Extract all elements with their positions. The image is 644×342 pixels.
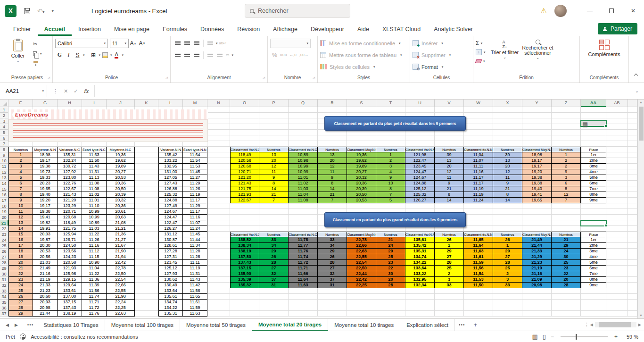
cell-M13[interactable]: 11,27 — [183, 175, 207, 181]
cell-J23[interactable]: 21,36 — [107, 232, 135, 237]
row-header-36[interactable]: 36 — [0, 305, 8, 311]
cell-F35[interactable]: 27 — [8, 300, 33, 305]
cell-P34[interactable] — [259, 294, 289, 300]
cell-K25[interactable] — [135, 243, 158, 249]
cell-M33[interactable]: 11,56 — [183, 288, 207, 294]
cell-O19[interactable] — [230, 209, 259, 215]
cell-I12[interactable]: 11,31 — [82, 169, 107, 175]
cell-V25[interactable]: 1 — [435, 243, 464, 249]
cell-I19[interactable]: 10,99 — [82, 209, 107, 215]
cell-AB33[interactable] — [606, 288, 628, 294]
cell-G31[interactable]: 21,19 — [33, 277, 58, 283]
cell-N24[interactable] — [207, 237, 230, 243]
ribbon-tab-xlstat-cloud[interactable]: XLSTAT Cloud — [376, 23, 427, 36]
cell-F25[interactable]: 17 — [8, 243, 33, 249]
cell-AB18[interactable] — [606, 203, 628, 209]
cell-N25[interactable] — [207, 243, 230, 249]
cell-N35[interactable] — [207, 300, 230, 305]
cell-T6[interactable] — [376, 135, 405, 141]
cell-M9[interactable]: 11,64 — [183, 152, 207, 158]
cell-Z28[interactable]: 25 — [552, 260, 581, 266]
row-header-9[interactable]: 9 — [0, 152, 8, 158]
cell-G27[interactable]: 20,56 — [33, 254, 58, 260]
cell-W34[interactable] — [464, 294, 493, 300]
row-header-33[interactable]: 33 — [0, 288, 8, 294]
cell-V18[interactable] — [435, 203, 464, 209]
cell-O30[interactable]: 135,90 — [230, 271, 259, 277]
cell-T16[interactable]: 7 — [376, 192, 405, 198]
cell-K12[interactable] — [135, 169, 158, 175]
cell-T12[interactable]: 4 — [376, 169, 405, 175]
align-right-icon[interactable] — [194, 53, 199, 57]
cell-AA19[interactable] — [581, 209, 606, 215]
cell-Y22[interactable] — [522, 226, 552, 232]
cell-Z4[interactable] — [552, 124, 581, 130]
cell-H36[interactable]: 137,43 — [58, 305, 82, 311]
cell-F28[interactable]: 20 — [8, 260, 33, 266]
cell-P23[interactable]: Numéros — [259, 232, 289, 237]
cell-Q25[interactable]: 11,77 — [289, 243, 318, 249]
cell-I16[interactable]: 11,02 — [82, 192, 107, 198]
cell-W10[interactable]: 11,07 — [464, 158, 493, 164]
cell-M28[interactable]: 11,11 — [183, 260, 207, 266]
font-dialog-launcher-icon[interactable]: ◿ — [165, 75, 168, 81]
increase-decimal-button[interactable]: ←,0 — [289, 53, 297, 57]
row-header-10[interactable]: 10 — [0, 158, 8, 164]
cell-F22[interactable]: 14 — [8, 226, 33, 232]
cell-Q29[interactable]: 11,71 — [289, 266, 318, 271]
cell-I28[interactable]: 10,98 — [82, 260, 107, 266]
cell-I32[interactable]: 11,39 — [82, 283, 107, 288]
cell-AA23[interactable]: Place — [581, 232, 606, 237]
cell-K20[interactable] — [135, 215, 158, 220]
column-header-Z[interactable]: Z — [552, 100, 581, 107]
cell-F11[interactable]: 3 — [8, 164, 33, 169]
cell-I24[interactable]: 11,26 — [82, 237, 107, 243]
cell-X12[interactable]: 12 — [493, 169, 522, 175]
name-box[interactable]: AA21▾ — [0, 85, 47, 97]
cell-N3[interactable] — [207, 118, 230, 124]
customize-quick-access-icon[interactable]: ▾ — [51, 8, 54, 13]
cell-O31[interactable]: 135,39 — [230, 277, 259, 283]
cell-Z13[interactable]: 3 — [552, 175, 581, 181]
cell-U36[interactable] — [405, 305, 435, 311]
cell-W4[interactable] — [464, 124, 493, 130]
cell-V37[interactable] — [435, 311, 464, 317]
cell-O22[interactable] — [230, 226, 259, 232]
cell-J26[interactable]: 21,90 — [107, 249, 135, 254]
cell-Z20[interactable] — [552, 215, 581, 220]
ribbon-tab-formules[interactable]: Formules — [156, 23, 194, 36]
cell-Y9[interactable]: 18,98 — [522, 152, 552, 158]
cell-M17[interactable]: 11,17 — [183, 198, 207, 203]
cell-Y19[interactable] — [522, 209, 552, 215]
ribbon-tab-révision[interactable]: Révision — [231, 23, 266, 36]
cell-J19[interactable]: 20,61 — [107, 209, 135, 215]
cell-N33[interactable] — [207, 288, 230, 294]
cell-X17[interactable]: 14 — [493, 198, 522, 203]
cell-J9[interactable]: 19,36 — [107, 152, 135, 158]
close-button[interactable]: ✕ — [622, 0, 644, 22]
cell-M34[interactable]: 11,65 — [183, 294, 207, 300]
cell-O15[interactable]: 121,75 — [230, 186, 259, 192]
cell-AA10[interactable]: 2me — [581, 158, 606, 164]
cell-U6[interactable] — [405, 135, 435, 141]
cell-L11[interactable]: 132,95 — [158, 164, 183, 169]
cell-U12[interactable]: 124,47 — [405, 169, 435, 175]
cell-G18[interactable]: 19,17 — [33, 203, 58, 209]
cell-H11[interactable]: 130,72 — [58, 164, 82, 169]
share-button[interactable]: Partager — [598, 23, 637, 34]
cell-N17[interactable] — [207, 198, 230, 203]
cell-K33[interactable] — [135, 288, 158, 294]
cell-O4[interactable] — [230, 124, 259, 130]
cell-U23[interactable]: Classement Var.N.N — [405, 232, 435, 237]
bold-button[interactable]: G — [56, 51, 64, 59]
cell-S25[interactable]: 22,66 — [347, 243, 376, 249]
scroll-up-icon[interactable]: ▲ — [639, 100, 643, 105]
cell-G20[interactable]: 19,41 — [33, 215, 58, 220]
cell-O16[interactable]: 121,93 — [230, 192, 259, 198]
cell-O29[interactable]: 137,15 — [230, 266, 259, 271]
cell-K27[interactable] — [135, 254, 158, 260]
cell-I29[interactable]: 11,04 — [82, 266, 107, 271]
cell-O2[interactable] — [230, 113, 259, 118]
cell-AB8[interactable] — [606, 147, 628, 152]
minimize-button[interactable]: — — [579, 0, 601, 22]
